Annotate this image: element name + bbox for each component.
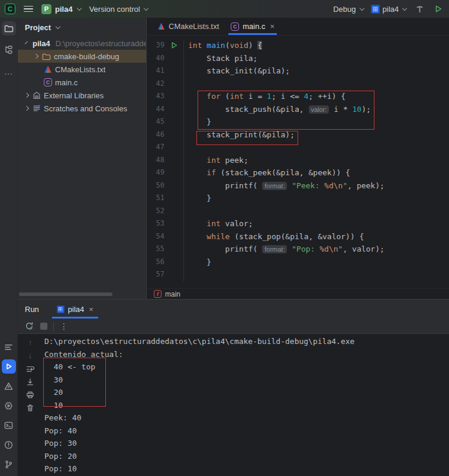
tree-item-project-root[interactable]: pila4 D:\proyectos\estructuradded	[18, 37, 146, 50]
code-line[interactable]: 48 int peek;	[147, 154, 449, 167]
git-branch-tool-button[interactable]	[2, 457, 16, 471]
code-line[interactable]: 56 }	[147, 256, 449, 269]
build-hammer-button[interactable]	[414, 3, 425, 15]
cmake-file-icon	[44, 65, 52, 73]
scratches-icon	[33, 104, 41, 112]
code-line[interactable]: 52	[147, 205, 449, 218]
down-stacktrace-button[interactable]: ↓	[25, 350, 35, 361]
console-line: 20	[44, 386, 449, 399]
inlay-hint: format:	[262, 182, 287, 190]
cmake-file-icon	[157, 22, 165, 30]
run-panel-header: Run pila4 ×	[18, 300, 449, 319]
version-control-menu[interactable]: Version control	[89, 5, 148, 14]
code-line[interactable]: 43 for (int i = 1; i <= 4; ++i) {	[147, 90, 449, 103]
project-panel: Project pila4 D:\proyectos\estructuradde…	[18, 18, 147, 299]
tree-item-path: D:\proyectos\estructuradded	[56, 39, 146, 48]
code-line[interactable]: 50 printf( format: "Peek: %d\n", peek);	[147, 179, 449, 192]
run-tool-button[interactable]	[2, 359, 16, 374]
code-line[interactable]: 57	[147, 268, 449, 281]
version-control-label: Version control	[89, 5, 140, 14]
run-panel-body: ↑ ↓	[18, 334, 449, 476]
code-line[interactable]: 44 stack_push(&pila, valor: i * 10);	[147, 103, 449, 116]
run-line-icon[interactable]	[164, 39, 183, 52]
code-line[interactable]: 49 if (stack_peek(&pila, &peek)) {	[147, 166, 449, 179]
project-panel-title: Project	[25, 23, 51, 32]
more-tool-windows-button[interactable]: …	[2, 64, 16, 78]
scroll-to-end-button[interactable]	[25, 377, 35, 387]
chevron-right-icon[interactable]	[34, 54, 38, 59]
run-toolbar: ⋮	[18, 319, 449, 334]
console-line: 30	[44, 374, 449, 387]
console-line: Pop: 10	[44, 462, 449, 475]
more-options-button[interactable]: ⋮	[60, 321, 69, 331]
chevron-down-icon[interactable]	[25, 41, 28, 44]
tree-item-label: cmake-build-debug	[54, 52, 119, 61]
title-bar: C P pila4 Version control Debug pila4	[0, 0, 449, 18]
code-line[interactable]: 45 }	[147, 115, 449, 128]
debug-mode-selector[interactable]: Debug	[333, 5, 363, 14]
tree-item-main-c[interactable]: C main.c	[18, 76, 146, 89]
up-stacktrace-button[interactable]: ↑	[25, 337, 35, 348]
tab-main-c[interactable]: C main.c ×	[225, 18, 280, 35]
run-tab-pila4[interactable]: pila4 ×	[52, 300, 98, 319]
code-editor[interactable]: 39 int main(void) {40 Stack pila;41 stac…	[147, 36, 449, 288]
run-config-selector[interactable]: pila4	[371, 5, 406, 14]
run-config-icon	[57, 305, 64, 313]
structure-tool-button[interactable]	[2, 43, 16, 57]
tree-item-scratches[interactable]: Scratches and Consoles	[18, 102, 146, 115]
line-number: 46	[147, 128, 164, 141]
run-panel-title[interactable]: Run	[25, 300, 39, 319]
code-line[interactable]: 42	[147, 78, 449, 91]
terminal-tool-button[interactable]	[2, 418, 16, 432]
tree-item-cmakelists[interactable]: CMakeLists.txt	[18, 63, 146, 76]
console-line: Peek: 40	[44, 411, 449, 424]
line-number: 57	[147, 268, 164, 281]
tree-item-label: CMakeLists.txt	[55, 65, 105, 74]
console-output[interactable]: D:\proyectos\estructuraddedatos\c\pila4\…	[43, 334, 449, 476]
close-icon[interactable]: ×	[270, 22, 275, 31]
console-line: Pop: 30	[44, 437, 449, 450]
close-icon[interactable]: ×	[89, 305, 93, 314]
code-line[interactable]: 54 while (stack_pop(&pila, &valor)) {	[147, 230, 449, 243]
debug-label: Debug	[333, 5, 356, 14]
inlay-hint: valor:	[309, 105, 330, 114]
project-tool-button[interactable]	[2, 21, 16, 36]
tree-item-cmake-build-debug[interactable]: cmake-build-debug	[18, 50, 146, 63]
run-button[interactable]	[432, 3, 444, 15]
breadcrumb-item-main[interactable]: main	[165, 290, 180, 298]
line-number: 45	[147, 115, 164, 128]
chevron-down-icon[interactable]	[56, 24, 60, 29]
code-line[interactable]: 47	[147, 141, 449, 154]
code-line[interactable]: 51 }	[147, 192, 449, 205]
code-line[interactable]: 40 Stack pila;	[147, 52, 449, 65]
code-line[interactable]: 39 int main(void) {	[147, 39, 449, 52]
services-tool-button[interactable]	[2, 398, 16, 413]
chevron-down-icon	[402, 6, 407, 11]
horizontal-scrollbar[interactable]	[19, 292, 112, 296]
code-line[interactable]: 55 printf( format: "Pop: %d\n", valor);	[147, 243, 449, 256]
libraries-icon	[33, 91, 41, 99]
project-widget[interactable]: P pila4	[41, 4, 81, 14]
chevron-right-icon[interactable]	[24, 93, 29, 98]
rerun-button[interactable]	[24, 321, 34, 331]
problems-info-tool-button[interactable]	[2, 438, 16, 452]
line-number: 50	[147, 179, 164, 192]
toolbar-divider	[53, 321, 54, 331]
stop-button[interactable]	[40, 323, 47, 330]
problems-tool-button[interactable]	[2, 379, 16, 393]
soft-wrap-button[interactable]	[25, 364, 35, 374]
code-line[interactable]: 41 stack_init(&pila);	[147, 65, 449, 78]
code-line[interactable]: 46 stack_print(&pila);	[147, 128, 449, 141]
clear-console-button[interactable]	[25, 403, 35, 413]
tab-cmakelists[interactable]: CMakeLists.txt	[151, 18, 225, 35]
code-line[interactable]: 53 int valor;	[147, 217, 449, 230]
editor-area: CMakeLists.txt C main.c × 39 int main(vo…	[147, 18, 449, 299]
line-number: 49	[147, 166, 164, 179]
tree-item-external-libraries[interactable]: External Libraries	[18, 89, 146, 102]
chevron-right-icon[interactable]	[24, 106, 29, 111]
tree-item-label: pila4	[33, 39, 50, 48]
notifications-list-icon[interactable]	[2, 340, 16, 354]
print-button[interactable]	[25, 390, 35, 400]
main-menu-button[interactable]	[24, 6, 33, 12]
line-number: 40	[147, 52, 164, 65]
